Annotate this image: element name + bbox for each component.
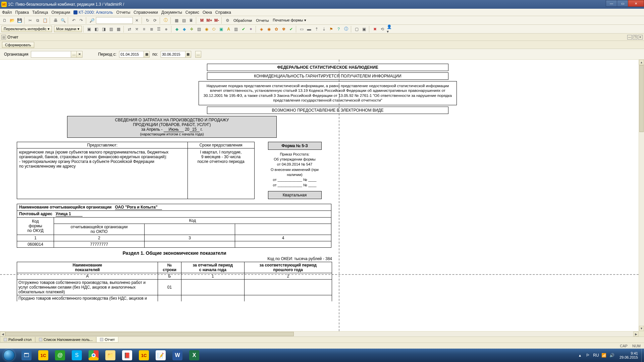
task-1c-b[interactable]: 1C xyxy=(136,349,152,362)
t2-26-icon[interactable]: ✾ xyxy=(280,26,287,33)
t2-12-icon[interactable]: ◆ xyxy=(174,26,180,33)
grid-icon[interactable]: ▦ xyxy=(173,17,180,24)
t2-33-icon[interactable]: ? xyxy=(335,26,342,33)
vertical-scrollbar[interactable]: ▲ ▼ xyxy=(639,60,644,331)
menu-help[interactable]: Справка xyxy=(215,10,231,15)
menu-operations[interactable]: Операции xyxy=(51,10,70,15)
task-pdf[interactable]: 📕 xyxy=(119,349,135,362)
scroll-down-icon[interactable]: ▼ xyxy=(639,326,644,331)
lbl-reports[interactable]: Отчеты xyxy=(256,18,269,22)
t2-30-icon[interactable]: ⇡ xyxy=(313,26,320,33)
t2-04-icon[interactable]: ▥ xyxy=(108,26,115,33)
cut-icon[interactable]: ✂ xyxy=(27,17,34,24)
t2-14-icon[interactable]: ❖ xyxy=(189,26,195,33)
t2-07-icon[interactable]: ⤧ xyxy=(133,26,140,33)
new-icon[interactable]: 🗋 xyxy=(1,17,8,24)
menu-edit[interactable]: Правка xyxy=(15,10,29,15)
clear-search-icon[interactable]: ✕ xyxy=(133,17,140,24)
wintab-desktop[interactable]: Рабочий стол xyxy=(0,337,35,343)
t2-15-icon[interactable]: ▤ xyxy=(196,26,203,33)
date-from-input[interactable] xyxy=(119,51,144,58)
task-1c-a[interactable]: 1C xyxy=(35,349,51,362)
menu-kt2000[interactable]: КТ-2000: Алкоголь xyxy=(73,10,113,15)
redo-icon[interactable]: ↷ xyxy=(78,17,85,24)
menu-table[interactable]: Таблица xyxy=(32,10,48,15)
search-icon[interactable]: 🔎 xyxy=(89,17,95,24)
horizontal-scrollbar[interactable]: ◀ ▶ xyxy=(0,331,639,337)
mem-mplus[interactable]: M+ xyxy=(206,17,213,24)
borders-icon[interactable]: ▤ xyxy=(180,17,187,24)
t2-37-icon[interactable]: ⟲ xyxy=(379,26,386,33)
t2-03-icon[interactable]: ◨ xyxy=(101,26,107,33)
t2-29-icon[interactable]: ▬ xyxy=(306,26,313,33)
t2-36-icon[interactable]: ▣ xyxy=(361,26,368,33)
menu-catalogs[interactable]: Справочники xyxy=(133,10,158,15)
scroll-up-icon[interactable]: ▲ xyxy=(639,60,644,65)
t2-34-icon[interactable]: ⓘ xyxy=(343,26,350,33)
start-button[interactable] xyxy=(0,349,18,362)
tray-flag-icon[interactable]: 🏳 xyxy=(585,352,591,358)
menu-file[interactable]: Файл xyxy=(2,10,12,15)
save-icon[interactable]: 💾 xyxy=(16,17,23,24)
task-excel[interactable]: X xyxy=(186,349,202,362)
date-to-calendar-icon[interactable]: ▦ xyxy=(185,51,191,58)
tray-network-icon[interactable]: 📶 xyxy=(601,352,607,358)
organization-input[interactable] xyxy=(31,51,71,58)
subwin-restore[interactable]: ❐ xyxy=(633,35,637,40)
t2-28-icon[interactable]: ▭ xyxy=(299,26,305,33)
t2-17-icon[interactable]: ⏲ xyxy=(211,26,217,33)
undo-icon[interactable]: ↶ xyxy=(70,17,77,24)
task-files[interactable]: 📁 xyxy=(102,349,118,362)
window-close[interactable]: ✕ xyxy=(628,0,644,7)
search-input[interactable] xyxy=(96,17,133,24)
t2-21-icon[interactable]: ✔ xyxy=(240,26,247,33)
t2-20-icon[interactable]: ▥ xyxy=(233,26,239,33)
tool-a-icon[interactable]: ⚙ xyxy=(224,17,231,24)
lbl-processing[interactable]: Обработки xyxy=(233,18,252,22)
build-button[interactable]: Сформировать xyxy=(2,42,34,48)
t2-35-icon[interactable]: ▢ xyxy=(354,26,360,33)
copy-icon[interactable]: ⧉ xyxy=(34,17,41,24)
task-notepad[interactable]: 📝 xyxy=(153,349,169,362)
task-word[interactable]: W xyxy=(169,349,185,362)
calc-icon[interactable]: 🖩 xyxy=(188,17,195,24)
wintab-report[interactable]: Отчет xyxy=(96,337,118,343)
lbl-printforms[interactable]: Печатные формы ▾ xyxy=(273,18,306,22)
t2-11-icon[interactable]: ⎈ xyxy=(163,26,170,33)
t2-01-icon[interactable]: ▣ xyxy=(86,26,93,33)
task-explorer[interactable]: 🗔 xyxy=(18,349,35,362)
task-chrome[interactable] xyxy=(86,349,102,362)
t2-delete-icon[interactable]: ✖ xyxy=(372,26,378,33)
t2-31-icon[interactable]: ⇣ xyxy=(321,26,327,33)
t2-22-icon[interactable]: ✦ xyxy=(248,26,254,33)
org-select-icon[interactable]: … xyxy=(71,51,77,58)
t2-18-icon[interactable]: ▣ xyxy=(218,26,225,33)
switch-interface[interactable]: Переключить интерфейс ▾ xyxy=(1,26,52,32)
tray-lang[interactable]: RU xyxy=(593,352,599,358)
hscroll-thumb[interactable] xyxy=(5,332,294,336)
refresh-icon[interactable]: ↻ xyxy=(144,17,151,24)
menu-documents[interactable]: Документы xyxy=(161,10,182,15)
paste-icon[interactable]: 📋 xyxy=(42,17,48,24)
t2-05-icon[interactable]: ▦ xyxy=(115,26,122,33)
menu-windows[interactable]: Окна xyxy=(203,10,212,15)
t2-10-icon[interactable]: ☰ xyxy=(156,26,162,33)
scroll-right-icon[interactable]: ▶ xyxy=(633,331,639,337)
subwin-minimize[interactable]: — xyxy=(627,35,632,40)
preview-icon[interactable]: 🔍 xyxy=(60,17,66,24)
t2-23-icon[interactable]: ◈ xyxy=(258,26,265,33)
task-skype[interactable]: S xyxy=(69,349,85,362)
my-tasks[interactable]: Мои задачи ▾ xyxy=(54,26,82,32)
help-icon[interactable]: ⓘ xyxy=(162,17,169,24)
t2-32-icon[interactable]: ⚑ xyxy=(328,26,335,33)
mem-mminus[interactable]: M- xyxy=(213,17,220,24)
t2-38-icon[interactable]: 👤▾ xyxy=(386,26,393,33)
scroll-left-icon[interactable]: ◀ xyxy=(0,331,5,337)
period-picker-icon[interactable]: … xyxy=(195,51,201,58)
t2-24-icon[interactable]: ◉ xyxy=(266,26,272,33)
org-clear-icon[interactable]: ✕ xyxy=(76,51,83,58)
print-icon[interactable]: 🖶 xyxy=(52,17,59,24)
window-minimize[interactable]: — xyxy=(606,0,617,7)
wintab-reminders[interactable]: Список Напоминание поль... xyxy=(35,337,96,343)
menu-reports[interactable]: Отчеты xyxy=(116,10,130,15)
